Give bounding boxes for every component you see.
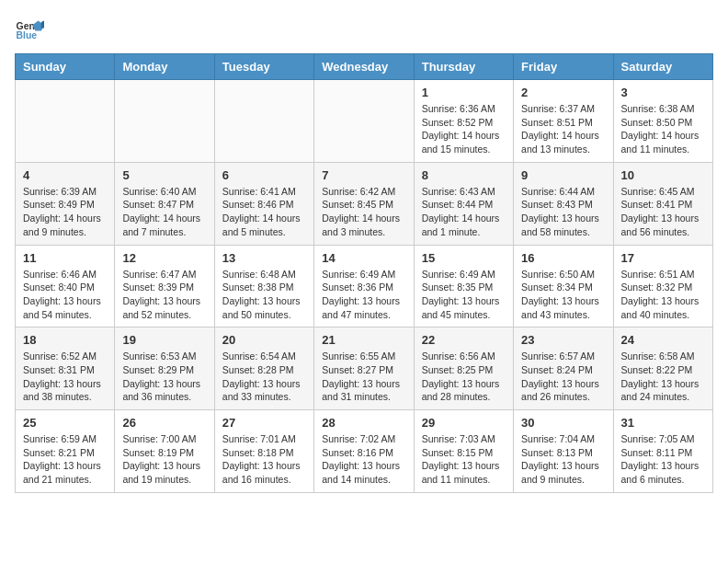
day-number: 21 [322, 333, 405, 347]
calendar-week-row: 18Sunrise: 6:52 AM Sunset: 8:31 PM Dayli… [16, 327, 713, 410]
day-number: 18 [23, 333, 107, 347]
calendar-cell: 9Sunrise: 6:44 AM Sunset: 8:43 PM Daylig… [514, 162, 613, 245]
day-content: Sunrise: 6:37 AM Sunset: 8:51 PM Dayligh… [521, 102, 605, 156]
day-number: 28 [322, 416, 405, 430]
day-number: 22 [422, 333, 506, 347]
day-content: Sunrise: 6:55 AM Sunset: 8:27 PM Dayligh… [322, 350, 405, 404]
header-friday: Friday [514, 54, 613, 80]
day-number: 29 [422, 416, 506, 430]
header-wednesday: Wednesday [314, 54, 414, 80]
calendar-cell: 28Sunrise: 7:02 AM Sunset: 8:16 PM Dayli… [314, 410, 414, 493]
calendar-table: SundayMondayTuesdayWednesdayThursdayFrid… [15, 53, 713, 493]
calendar-week-row: 4Sunrise: 6:39 AM Sunset: 8:49 PM Daylig… [16, 162, 713, 245]
calendar-cell: 17Sunrise: 6:51 AM Sunset: 8:32 PM Dayli… [613, 245, 712, 327]
calendar-cell: 24Sunrise: 6:58 AM Sunset: 8:22 PM Dayli… [613, 327, 712, 410]
calendar-cell: 8Sunrise: 6:43 AM Sunset: 8:44 PM Daylig… [414, 162, 513, 245]
day-content: Sunrise: 6:42 AM Sunset: 8:45 PM Dayligh… [322, 185, 405, 239]
day-content: Sunrise: 7:02 AM Sunset: 8:16 PM Dayligh… [322, 432, 405, 487]
day-content: Sunrise: 6:53 AM Sunset: 8:29 PM Dayligh… [122, 350, 206, 404]
calendar-week-row: 25Sunrise: 6:59 AM Sunset: 8:21 PM Dayli… [16, 410, 713, 493]
day-content: Sunrise: 6:54 AM Sunset: 8:28 PM Dayligh… [222, 350, 306, 404]
day-number: 9 [521, 168, 605, 182]
calendar-cell [214, 80, 313, 163]
day-content: Sunrise: 6:41 AM Sunset: 8:46 PM Dayligh… [222, 185, 306, 239]
day-content: Sunrise: 7:01 AM Sunset: 8:18 PM Dayligh… [222, 432, 306, 487]
day-number: 31 [621, 416, 705, 430]
day-number: 27 [222, 416, 306, 430]
day-content: Sunrise: 6:50 AM Sunset: 8:34 PM Dayligh… [521, 268, 605, 322]
day-content: Sunrise: 6:43 AM Sunset: 8:44 PM Dayligh… [422, 185, 506, 239]
day-number: 4 [23, 168, 107, 182]
day-content: Sunrise: 6:47 AM Sunset: 8:39 PM Dayligh… [122, 268, 206, 322]
day-content: Sunrise: 6:57 AM Sunset: 8:24 PM Dayligh… [521, 350, 605, 404]
calendar-cell: 12Sunrise: 6:47 AM Sunset: 8:39 PM Dayli… [115, 245, 214, 327]
calendar-cell: 19Sunrise: 6:53 AM Sunset: 8:29 PM Dayli… [115, 327, 214, 410]
day-content: Sunrise: 7:05 AM Sunset: 8:11 PM Dayligh… [621, 432, 705, 487]
calendar-week-row: 11Sunrise: 6:46 AM Sunset: 8:40 PM Dayli… [16, 245, 713, 327]
calendar-cell: 13Sunrise: 6:48 AM Sunset: 8:38 PM Dayli… [214, 245, 313, 327]
day-content: Sunrise: 6:40 AM Sunset: 8:47 PM Dayligh… [122, 185, 206, 239]
calendar-cell: 16Sunrise: 6:50 AM Sunset: 8:34 PM Dayli… [514, 245, 613, 327]
calendar-cell: 23Sunrise: 6:57 AM Sunset: 8:24 PM Dayli… [514, 327, 613, 410]
day-content: Sunrise: 6:49 AM Sunset: 8:35 PM Dayligh… [422, 268, 506, 322]
calendar-cell [16, 80, 115, 163]
day-number: 2 [521, 86, 605, 99]
page-header: General Blue [15, 15, 713, 44]
header-saturday: Saturday [613, 54, 712, 80]
logo-icon: General Blue [15, 15, 44, 44]
day-content: Sunrise: 6:51 AM Sunset: 8:32 PM Dayligh… [621, 268, 705, 322]
header-thursday: Thursday [414, 54, 513, 80]
calendar-cell: 4Sunrise: 6:39 AM Sunset: 8:49 PM Daylig… [16, 162, 115, 245]
calendar-cell: 20Sunrise: 6:54 AM Sunset: 8:28 PM Dayli… [214, 327, 313, 410]
day-content: Sunrise: 6:39 AM Sunset: 8:49 PM Dayligh… [23, 185, 107, 239]
day-content: Sunrise: 6:49 AM Sunset: 8:36 PM Dayligh… [322, 268, 405, 322]
day-number: 26 [122, 416, 206, 430]
day-content: Sunrise: 7:00 AM Sunset: 8:19 PM Dayligh… [122, 432, 206, 487]
calendar-cell: 15Sunrise: 6:49 AM Sunset: 8:35 PM Dayli… [414, 245, 513, 327]
header-monday: Monday [115, 54, 214, 80]
calendar-cell: 1Sunrise: 6:36 AM Sunset: 8:52 PM Daylig… [414, 80, 513, 163]
svg-text:Blue: Blue [17, 30, 38, 40]
calendar-cell: 31Sunrise: 7:05 AM Sunset: 8:11 PM Dayli… [613, 410, 712, 493]
calendar-cell [314, 80, 414, 163]
calendar-cell: 21Sunrise: 6:55 AM Sunset: 8:27 PM Dayli… [314, 327, 414, 410]
day-number: 30 [521, 416, 605, 430]
day-number: 12 [122, 251, 206, 265]
day-number: 13 [222, 251, 306, 265]
day-number: 6 [222, 168, 306, 182]
calendar-cell: 3Sunrise: 6:38 AM Sunset: 8:50 PM Daylig… [613, 80, 712, 163]
day-number: 17 [621, 251, 705, 265]
calendar-cell: 10Sunrise: 6:45 AM Sunset: 8:41 PM Dayli… [613, 162, 712, 245]
day-number: 8 [422, 168, 506, 182]
day-content: Sunrise: 6:38 AM Sunset: 8:50 PM Dayligh… [621, 102, 705, 156]
day-number: 16 [521, 251, 605, 265]
day-content: Sunrise: 6:58 AM Sunset: 8:22 PM Dayligh… [621, 350, 705, 404]
day-number: 10 [621, 168, 705, 182]
day-number: 1 [422, 86, 506, 99]
calendar-cell: 11Sunrise: 6:46 AM Sunset: 8:40 PM Dayli… [16, 245, 115, 327]
calendar-cell: 29Sunrise: 7:03 AM Sunset: 8:15 PM Dayli… [414, 410, 513, 493]
calendar-cell: 30Sunrise: 7:04 AM Sunset: 8:13 PM Dayli… [514, 410, 613, 493]
calendar-cell: 5Sunrise: 6:40 AM Sunset: 8:47 PM Daylig… [115, 162, 214, 245]
day-number: 3 [621, 86, 705, 99]
day-content: Sunrise: 6:46 AM Sunset: 8:40 PM Dayligh… [23, 268, 107, 322]
day-content: Sunrise: 6:45 AM Sunset: 8:41 PM Dayligh… [621, 185, 705, 239]
calendar-cell: 22Sunrise: 6:56 AM Sunset: 8:25 PM Dayli… [414, 327, 513, 410]
day-number: 24 [621, 333, 705, 347]
day-content: Sunrise: 6:36 AM Sunset: 8:52 PM Dayligh… [422, 102, 506, 156]
day-number: 20 [222, 333, 306, 347]
day-number: 7 [322, 168, 405, 182]
day-content: Sunrise: 6:59 AM Sunset: 8:21 PM Dayligh… [23, 432, 107, 487]
calendar-header-row: SundayMondayTuesdayWednesdayThursdayFrid… [16, 54, 713, 80]
day-number: 14 [322, 251, 405, 265]
calendar-cell: 27Sunrise: 7:01 AM Sunset: 8:18 PM Dayli… [214, 410, 313, 493]
calendar-week-row: 1Sunrise: 6:36 AM Sunset: 8:52 PM Daylig… [16, 80, 713, 163]
day-content: Sunrise: 6:56 AM Sunset: 8:25 PM Dayligh… [422, 350, 506, 404]
day-number: 15 [422, 251, 506, 265]
day-number: 25 [23, 416, 107, 430]
calendar-cell: 14Sunrise: 6:49 AM Sunset: 8:36 PM Dayli… [314, 245, 414, 327]
calendar-cell: 26Sunrise: 7:00 AM Sunset: 8:19 PM Dayli… [115, 410, 214, 493]
calendar-cell: 7Sunrise: 6:42 AM Sunset: 8:45 PM Daylig… [314, 162, 414, 245]
day-content: Sunrise: 7:03 AM Sunset: 8:15 PM Dayligh… [422, 432, 506, 487]
day-content: Sunrise: 6:48 AM Sunset: 8:38 PM Dayligh… [222, 268, 306, 322]
